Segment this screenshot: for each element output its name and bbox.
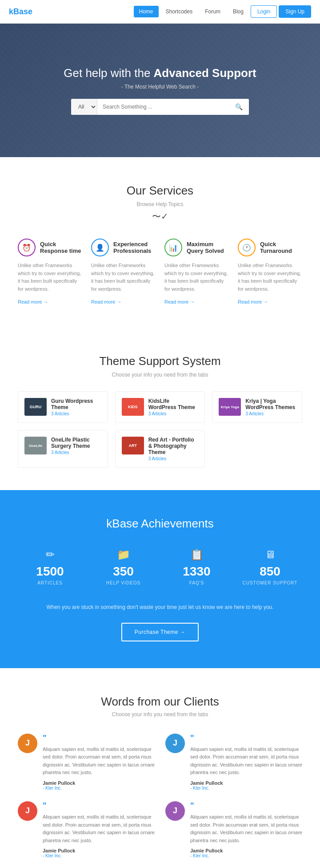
theme-info-1: KidsLife WordPress Theme 3 Articles (148, 398, 199, 416)
avatar-1: J (165, 734, 185, 753)
nav-home[interactable]: Home (134, 6, 159, 17)
service-header-3: 🕐 Quick Turnaround (238, 239, 302, 256)
theme-item-3[interactable]: OneLife OneLife Plastic Surgery Theme 3 … (18, 430, 108, 468)
service-item-1: 👤 Experienced Professionals Unlike other… (91, 239, 156, 305)
service-header-1: 👤 Experienced Professionals (91, 239, 156, 256)
service-icon-2: 📊 (164, 239, 182, 256)
testimonial-text-1: Aliquam sapien est, mollis id mattis id,… (190, 746, 302, 777)
testimonial-text-0: Aliquam sapien est, mollis id mattis id,… (43, 746, 155, 777)
videos-number: 350 (91, 564, 156, 579)
articles-number: 1500 (18, 564, 82, 579)
nav-forum[interactable]: Forum (200, 6, 226, 17)
service-header-2: 📊 Maximum Query Solved (164, 239, 229, 256)
testimonial-company-0: - Kler Inc. (43, 786, 155, 791)
services-subtitle: Browse Help Topics (18, 201, 302, 207)
purchase-button[interactable]: Purchase Theme → (121, 623, 199, 641)
theme-item-4[interactable]: ART Red Art - Portfolio & Photography Th… (115, 430, 205, 468)
faqs-label: FAQ'S (164, 580, 229, 585)
service-desc-3: Unlike other Frameworks which try to cov… (238, 262, 302, 293)
hero-subtitle: - The Most Helpful Web Search - (121, 84, 199, 90)
theme-info-2: Kriya | Yoga WordPress Themes 3 Articles (245, 398, 296, 416)
support-label: CUSTOMER SUPPORT (238, 580, 302, 585)
testimonial-company-2: - Kler Inc. (43, 853, 155, 858)
achievements-description: When you are stuck in something don't wa… (18, 603, 302, 612)
testimonial-content-2: " Aliquam sapien est, mollis id mattis i… (43, 801, 155, 858)
quote-icon-0: " (43, 734, 155, 743)
service-item-3: 🕐 Quick Turnaround Unlike other Framewor… (238, 239, 302, 305)
search-input[interactable] (97, 99, 229, 114)
services-divider: 〜✓ (147, 212, 173, 221)
theme-info-3: OneLife Plastic Surgery Theme 3 Articles (51, 437, 101, 455)
nav-blog[interactable]: Blog (228, 6, 249, 17)
achievement-videos: 📁 350 HELP VIDEOS (91, 548, 156, 585)
theme-thumb-1: KIDS (122, 398, 144, 416)
service-icon-1: 👤 (91, 239, 109, 256)
service-item-2: 📊 Maximum Query Solved Unlike other Fram… (164, 239, 229, 305)
testimonial-name-1: Jamie Pullock (190, 780, 302, 786)
service-name-1: Experienced Professionals (113, 241, 156, 254)
testimonial-company-1: - Kler Inc. (190, 786, 302, 791)
videos-icon: 📁 (91, 548, 156, 561)
nav-shortcodes[interactable]: Shortcodes (160, 6, 198, 17)
videos-label: HELP VIDEOS (91, 580, 156, 585)
testimonial-content-1: " Aliquam sapien est, mollis id mattis i… (190, 734, 302, 791)
login-button[interactable]: Login (251, 5, 277, 18)
avatar-0: J (18, 734, 37, 753)
service-name-3: Quick Turnaround (260, 241, 302, 254)
articles-label: ARTICLES (18, 580, 82, 585)
achievements-title: kBase Achievements (18, 517, 302, 531)
testimonial-name-3: Jamie Pullock (190, 848, 302, 853)
services-title: Our Services (18, 184, 302, 198)
testimonial-content-0: " Aliquam sapien est, mollis id mattis i… (43, 734, 155, 791)
signup-button[interactable]: Sign Up (279, 5, 311, 18)
theme-articles-4: 3 Articles (148, 456, 199, 461)
theme-articles-3: 3 Articles (51, 450, 101, 455)
achievement-articles: ✏ 1500 ARTICLES (18, 548, 82, 585)
search-button[interactable]: 🔍 (229, 99, 249, 115)
avatar-2: J (18, 801, 37, 821)
read-more-0[interactable]: Read more → (18, 299, 48, 304)
theme-articles-1: 3 Articles (148, 411, 199, 416)
service-icon-3: 🕐 (238, 239, 256, 256)
theme-name-1: KidsLife WordPress Theme (148, 398, 199, 410)
faqs-icon: 📋 (164, 548, 229, 561)
support-number: 850 (238, 564, 302, 579)
service-icon-0: ⏰ (18, 239, 36, 256)
testimonials-subtitle: Choose your info you need from the tabs (18, 711, 302, 718)
testimonials-title: Words from our Clients (18, 695, 302, 709)
theme-thumb-2: Kriya Yoga (219, 398, 241, 416)
testimonial-text-2: Aliquam sapien est, mollis id mattis id,… (43, 813, 155, 844)
hero-overlay (0, 24, 320, 157)
read-more-3[interactable]: Read more → (238, 299, 268, 304)
service-desc-2: Unlike other Frameworks which try to cov… (164, 262, 229, 293)
theme-name-2: Kriya | Yoga WordPress Themes (245, 398, 296, 410)
testimonial-0: J " Aliquam sapien est, mollis id mattis… (18, 734, 155, 791)
theme-name-0: Guru Wordpress Theme (51, 398, 101, 410)
avatar-3: J (165, 801, 185, 821)
testimonials-section: Words from our Clients Choose your info … (0, 668, 320, 868)
hero-section: Get help with the Advanced Support - The… (0, 24, 320, 157)
theme-item-2[interactable]: Kriya Yoga Kriya | Yoga WordPress Themes… (212, 391, 302, 423)
theme-articles-0: 3 Articles (51, 411, 101, 416)
testimonial-content-3: " Aliquam sapien est, mollis id mattis i… (190, 801, 302, 858)
testimonial-3: J " Aliquam sapien est, mollis id mattis… (165, 801, 302, 858)
service-name-2: Maximum Query Solved (187, 241, 229, 254)
search-category[interactable]: All (71, 99, 97, 115)
theme-thumb-4: ART (122, 437, 144, 454)
testimonial-name-2: Jamie Pullock (43, 848, 155, 853)
quote-icon-2: " (43, 801, 155, 811)
theme-item-0[interactable]: GURU Guru Wordpress Theme 3 Articles (18, 391, 108, 423)
theme-thumb-3: OneLife (24, 437, 47, 454)
theme-name-3: OneLife Plastic Surgery Theme (51, 437, 101, 449)
read-more-1[interactable]: Read more → (91, 299, 121, 304)
theme-thumb-0: GURU (24, 398, 47, 416)
theme-grid: GURU Guru Wordpress Theme 3 Articles KID… (18, 391, 302, 468)
service-header-0: ⏰ Quick Response time (18, 239, 82, 256)
faqs-number: 1330 (164, 564, 229, 579)
theme-item-1[interactable]: KIDS KidsLife WordPress Theme 3 Articles (115, 391, 205, 423)
read-more-2[interactable]: Read more → (164, 299, 195, 304)
testimonial-1: J " Aliquam sapien est, mollis id mattis… (165, 734, 302, 791)
theme-articles-2: 3 Articles (245, 411, 296, 416)
theme-name-4: Red Art - Portfolio & Photography Theme (148, 437, 199, 455)
achievements-grid: ✏ 1500 ARTICLES 📁 350 HELP VIDEOS 📋 1330… (18, 548, 302, 585)
